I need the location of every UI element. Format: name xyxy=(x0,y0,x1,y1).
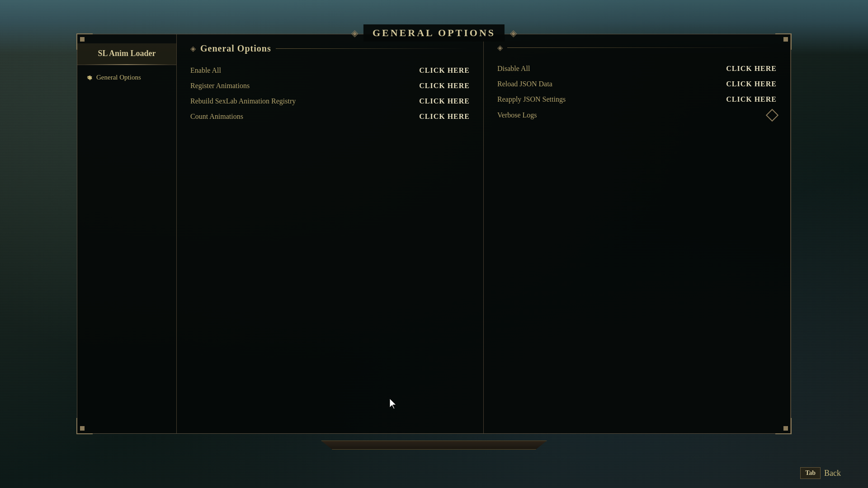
verbose-logs-label: Verbose Logs xyxy=(497,111,537,119)
right-content: ◈ Disable All CLICK HERE Reload JSON Dat… xyxy=(484,34,790,433)
reapply-json-label: Reapply JSON Settings xyxy=(497,95,566,103)
right-section-ornament: ◈ xyxy=(497,43,503,52)
tab-key-label: Tab xyxy=(800,467,821,479)
option-row-count-animations: Count Animations CLICK HERE xyxy=(190,109,470,124)
option-row-rebuild-registry: Rebuild SexLab Animation Registry CLICK … xyxy=(190,94,470,109)
reapply-json-button[interactable]: CLICK HERE xyxy=(726,95,777,103)
sidebar-item-label: General Options xyxy=(96,74,141,81)
enable-all-label: Enable All xyxy=(190,66,221,75)
enable-all-button[interactable]: CLICK HERE xyxy=(419,66,470,75)
verbose-logs-toggle[interactable] xyxy=(766,109,778,122)
content-area: ◈ General Options Enable All CLICK HERE … xyxy=(177,34,791,433)
bottom-bar-shape xyxy=(321,441,547,450)
left-section-title: General Options xyxy=(200,43,271,54)
rebuild-registry-button[interactable]: CLICK HERE xyxy=(419,97,470,105)
title-ornament-left: ◈ xyxy=(351,28,358,38)
left-section-line xyxy=(276,48,470,49)
right-section-line xyxy=(507,47,777,48)
count-animations-label: Count Animations xyxy=(190,113,243,121)
option-row-disable-all: Disable All CLICK HERE xyxy=(497,61,777,76)
rebuild-registry-label: Rebuild SexLab Animation Registry xyxy=(190,97,296,105)
panel-body: SL Anim Loader General Options ◈ General… xyxy=(77,34,791,433)
disable-all-label: Disable All xyxy=(497,65,530,73)
back-label: Back xyxy=(824,469,841,478)
option-row-register-animations: Register Animations CLICK HERE xyxy=(190,78,470,94)
title-bar: ◈ GENERAL OPTIONS ◈ xyxy=(351,24,517,42)
option-row-reload-json: Reload JSON Data CLICK HERE xyxy=(497,76,777,92)
sidebar-item-general-options[interactable]: General Options xyxy=(77,69,176,86)
left-section-ornament: ◈ xyxy=(190,44,196,53)
sidebar-title: SL Anim Loader xyxy=(77,43,176,65)
corner-decoration-bl xyxy=(76,418,93,434)
disable-all-button[interactable]: CLICK HERE xyxy=(726,65,777,73)
title-ornament-right: ◈ xyxy=(510,28,517,38)
gear-icon xyxy=(85,73,93,81)
corner-decoration-tr xyxy=(775,33,792,50)
back-button[interactable]: Tab Back xyxy=(800,467,841,479)
option-row-reapply-json: Reapply JSON Settings CLICK HERE xyxy=(497,92,777,107)
right-section-header: ◈ xyxy=(497,43,777,52)
left-section-header: ◈ General Options xyxy=(190,43,470,54)
option-row-verbose-logs: Verbose Logs xyxy=(497,107,777,123)
corner-decoration-br xyxy=(775,418,792,434)
option-row-enable-all: Enable All CLICK HERE xyxy=(190,63,470,78)
main-panel: ◈ GENERAL OPTIONS ◈ SL Anim Loader Gener… xyxy=(77,34,791,434)
reload-json-button[interactable]: CLICK HERE xyxy=(726,80,777,88)
page-title: GENERAL OPTIONS xyxy=(363,24,505,42)
reload-json-label: Reload JSON Data xyxy=(497,80,552,88)
bottom-bar xyxy=(321,441,547,450)
left-content: ◈ General Options Enable All CLICK HERE … xyxy=(177,34,484,433)
register-animations-button[interactable]: CLICK HERE xyxy=(419,82,470,90)
count-animations-button[interactable]: CLICK HERE xyxy=(419,113,470,121)
sidebar: SL Anim Loader General Options xyxy=(77,34,177,433)
register-animations-label: Register Animations xyxy=(190,82,250,90)
